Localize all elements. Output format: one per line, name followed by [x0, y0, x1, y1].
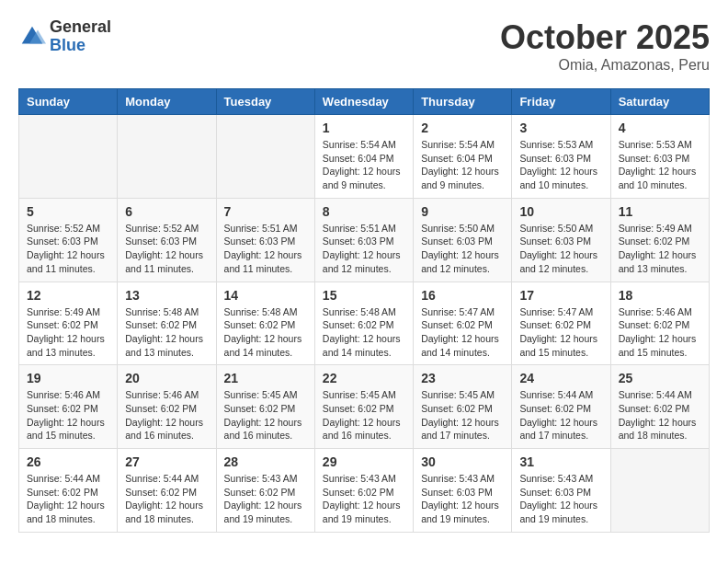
day-info: Sunrise: 5:48 AM Sunset: 6:02 PM Dayligh… — [323, 305, 405, 360]
calendar-day-cell: 1Sunrise: 5:54 AM Sunset: 6:04 PM Daylig… — [314, 115, 413, 199]
calendar-day-cell: 16Sunrise: 5:47 AM Sunset: 6:02 PM Dayli… — [414, 282, 512, 365]
calendar-day-cell: 29Sunrise: 5:43 AM Sunset: 6:02 PM Dayli… — [314, 449, 413, 533]
day-info: Sunrise: 5:49 AM Sunset: 6:02 PM Dayligh… — [27, 305, 109, 360]
day-info: Sunrise: 5:43 AM Sunset: 6:03 PM Dayligh… — [519, 472, 602, 526]
day-number: 21 — [224, 371, 307, 385]
calendar-day-cell: 21Sunrise: 5:45 AM Sunset: 6:02 PM Dayli… — [216, 365, 314, 449]
day-number: 29 — [323, 454, 405, 469]
calendar-day-cell: 14Sunrise: 5:48 AM Sunset: 6:02 PM Dayli… — [216, 282, 314, 365]
logo-general-text: General — [50, 18, 111, 37]
day-number: 11 — [619, 204, 701, 219]
day-number: 28 — [224, 454, 307, 469]
day-number: 12 — [27, 288, 109, 303]
calendar-day-cell: 26Sunrise: 5:44 AM Sunset: 6:02 PM Dayli… — [19, 449, 118, 533]
calendar-day-cell: 11Sunrise: 5:49 AM Sunset: 6:02 PM Dayli… — [610, 198, 709, 282]
day-info: Sunrise: 5:43 AM Sunset: 6:02 PM Dayligh… — [224, 472, 307, 526]
day-info: Sunrise: 5:54 AM Sunset: 6:04 PM Dayligh… — [421, 138, 504, 192]
day-number: 7 — [224, 204, 307, 219]
day-of-week-header: Friday — [512, 89, 610, 115]
day-info: Sunrise: 5:44 AM Sunset: 6:02 PM Dayligh… — [519, 388, 602, 442]
day-number: 14 — [224, 288, 307, 303]
day-info: Sunrise: 5:45 AM Sunset: 6:02 PM Dayligh… — [421, 388, 504, 442]
day-number: 19 — [27, 371, 109, 385]
calendar-day-cell — [19, 115, 118, 199]
day-info: Sunrise: 5:50 AM Sunset: 6:03 PM Dayligh… — [421, 222, 504, 276]
calendar-day-cell: 19Sunrise: 5:46 AM Sunset: 6:02 PM Dayli… — [19, 365, 118, 449]
day-number: 23 — [421, 371, 504, 385]
day-of-week-header: Saturday — [610, 89, 709, 115]
day-info: Sunrise: 5:52 AM Sunset: 6:03 PM Dayligh… — [27, 222, 109, 276]
day-info: Sunrise: 5:46 AM Sunset: 6:02 PM Dayligh… — [619, 305, 701, 360]
calendar-day-cell: 5Sunrise: 5:52 AM Sunset: 6:03 PM Daylig… — [19, 198, 118, 282]
day-info: Sunrise: 5:44 AM Sunset: 6:02 PM Dayligh… — [619, 388, 701, 442]
calendar-day-cell: 18Sunrise: 5:46 AM Sunset: 6:02 PM Dayli… — [610, 282, 709, 365]
calendar-day-cell: 23Sunrise: 5:45 AM Sunset: 6:02 PM Dayli… — [414, 365, 512, 449]
day-number: 3 — [519, 121, 602, 135]
day-number: 10 — [519, 204, 602, 219]
day-of-week-header: Tuesday — [216, 89, 314, 115]
calendar-day-cell: 22Sunrise: 5:45 AM Sunset: 6:02 PM Dayli… — [314, 365, 413, 449]
logo: General Blue — [18, 18, 111, 55]
day-number: 13 — [125, 288, 208, 303]
calendar-day-cell — [610, 449, 709, 533]
day-number: 25 — [619, 371, 701, 385]
calendar-day-cell: 30Sunrise: 5:43 AM Sunset: 6:03 PM Dayli… — [414, 449, 512, 533]
calendar-day-cell: 10Sunrise: 5:50 AM Sunset: 6:03 PM Dayli… — [512, 198, 610, 282]
day-info: Sunrise: 5:43 AM Sunset: 6:02 PM Dayligh… — [323, 472, 405, 526]
day-number: 2 — [421, 121, 504, 135]
day-number: 8 — [323, 204, 405, 219]
calendar-table: SundayMondayTuesdayWednesdayThursdayFrid… — [18, 88, 710, 533]
day-of-week-header: Monday — [118, 89, 216, 115]
day-info: Sunrise: 5:51 AM Sunset: 6:03 PM Dayligh… — [224, 222, 307, 276]
calendar-day-cell: 8Sunrise: 5:51 AM Sunset: 6:03 PM Daylig… — [314, 198, 413, 282]
calendar-day-cell: 6Sunrise: 5:52 AM Sunset: 6:03 PM Daylig… — [118, 198, 216, 282]
calendar-day-cell: 3Sunrise: 5:53 AM Sunset: 6:03 PM Daylig… — [512, 115, 610, 199]
day-number: 17 — [519, 288, 602, 303]
day-number: 30 — [421, 454, 504, 469]
day-number: 1 — [323, 121, 405, 135]
calendar-week-row: 26Sunrise: 5:44 AM Sunset: 6:02 PM Dayli… — [19, 449, 710, 533]
day-info: Sunrise: 5:43 AM Sunset: 6:03 PM Dayligh… — [421, 472, 504, 526]
day-info: Sunrise: 5:47 AM Sunset: 6:02 PM Dayligh… — [519, 305, 602, 360]
title-section: October 2025 Omia, Amazonas, Peru — [500, 18, 710, 74]
day-info: Sunrise: 5:54 AM Sunset: 6:04 PM Dayligh… — [323, 138, 405, 192]
day-info: Sunrise: 5:46 AM Sunset: 6:02 PM Dayligh… — [125, 388, 208, 442]
day-number: 5 — [27, 204, 109, 219]
month-title: October 2025 — [500, 18, 710, 57]
calendar-week-row: 19Sunrise: 5:46 AM Sunset: 6:02 PM Dayli… — [19, 365, 710, 449]
day-info: Sunrise: 5:51 AM Sunset: 6:03 PM Dayligh… — [323, 222, 405, 276]
day-number: 4 — [619, 121, 701, 135]
calendar-day-cell: 4Sunrise: 5:53 AM Sunset: 6:03 PM Daylig… — [610, 115, 709, 199]
calendar-day-cell: 17Sunrise: 5:47 AM Sunset: 6:02 PM Dayli… — [512, 282, 610, 365]
day-number: 27 — [125, 454, 208, 469]
day-info: Sunrise: 5:50 AM Sunset: 6:03 PM Dayligh… — [519, 222, 602, 276]
calendar-day-cell — [118, 115, 216, 199]
calendar-day-cell: 12Sunrise: 5:49 AM Sunset: 6:02 PM Dayli… — [19, 282, 118, 365]
day-of-week-header: Sunday — [19, 89, 118, 115]
day-info: Sunrise: 5:53 AM Sunset: 6:03 PM Dayligh… — [619, 138, 701, 192]
calendar-header-row: SundayMondayTuesdayWednesdayThursdayFrid… — [19, 89, 710, 115]
calendar-day-cell: 24Sunrise: 5:44 AM Sunset: 6:02 PM Dayli… — [512, 365, 610, 449]
day-number: 9 — [421, 204, 504, 219]
calendar-week-row: 5Sunrise: 5:52 AM Sunset: 6:03 PM Daylig… — [19, 198, 710, 282]
calendar-week-row: 12Sunrise: 5:49 AM Sunset: 6:02 PM Dayli… — [19, 282, 710, 365]
calendar-day-cell: 27Sunrise: 5:44 AM Sunset: 6:02 PM Dayli… — [118, 449, 216, 533]
calendar-day-cell: 31Sunrise: 5:43 AM Sunset: 6:03 PM Dayli… — [512, 449, 610, 533]
day-number: 18 — [619, 288, 701, 303]
calendar-day-cell: 15Sunrise: 5:48 AM Sunset: 6:02 PM Dayli… — [314, 282, 413, 365]
day-info: Sunrise: 5:45 AM Sunset: 6:02 PM Dayligh… — [224, 388, 307, 442]
day-number: 22 — [323, 371, 405, 385]
day-info: Sunrise: 5:47 AM Sunset: 6:02 PM Dayligh… — [421, 305, 504, 360]
calendar-day-cell: 9Sunrise: 5:50 AM Sunset: 6:03 PM Daylig… — [414, 198, 512, 282]
day-number: 16 — [421, 288, 504, 303]
day-info: Sunrise: 5:44 AM Sunset: 6:02 PM Dayligh… — [27, 472, 109, 526]
day-info: Sunrise: 5:53 AM Sunset: 6:03 PM Dayligh… — [519, 138, 602, 192]
calendar-day-cell: 13Sunrise: 5:48 AM Sunset: 6:02 PM Dayli… — [118, 282, 216, 365]
day-info: Sunrise: 5:52 AM Sunset: 6:03 PM Dayligh… — [125, 222, 208, 276]
day-info: Sunrise: 5:48 AM Sunset: 6:02 PM Dayligh… — [125, 305, 208, 360]
day-number: 24 — [519, 371, 602, 385]
day-info: Sunrise: 5:44 AM Sunset: 6:02 PM Dayligh… — [125, 472, 208, 526]
location-subtitle: Omia, Amazonas, Peru — [500, 57, 710, 74]
logo-icon — [18, 23, 46, 51]
day-info: Sunrise: 5:48 AM Sunset: 6:02 PM Dayligh… — [224, 305, 307, 360]
